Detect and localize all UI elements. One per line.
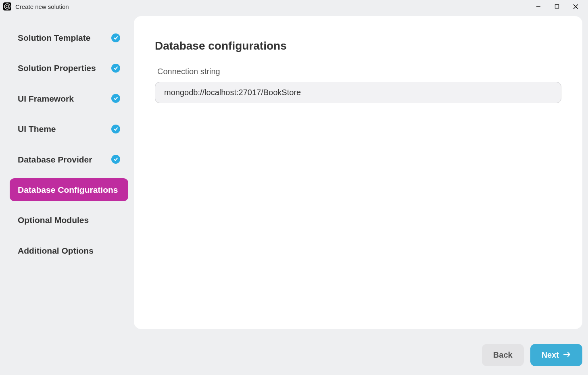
connection-string-label: Connection string xyxy=(155,67,561,76)
sidebar-item-label: Additional Options xyxy=(18,245,94,256)
sidebar-item-solution-template[interactable]: Solution Template xyxy=(10,26,128,49)
app-icon xyxy=(3,2,11,10)
arrow-right-icon xyxy=(563,350,571,360)
check-icon xyxy=(111,94,120,103)
check-icon xyxy=(111,64,120,73)
sidebar-item-database-configurations[interactable]: Database Configurations xyxy=(10,178,128,201)
sidebar-item-label: Database Configurations xyxy=(18,184,118,196)
titlebar: Create new solution xyxy=(0,0,588,13)
sidebar-item-label: UI Theme xyxy=(18,123,56,135)
main-area: Solution Template Solution Properties UI… xyxy=(0,13,588,335)
sidebar: Solution Template Solution Properties UI… xyxy=(0,16,134,335)
page-title: Database configurations xyxy=(155,40,561,52)
connection-string-input[interactable] xyxy=(155,82,561,103)
sidebar-item-solution-properties[interactable]: Solution Properties xyxy=(10,56,128,79)
sidebar-item-label: Optional Modules xyxy=(18,214,89,226)
sidebar-item-label: UI Framework xyxy=(18,93,74,104)
sidebar-item-ui-theme[interactable]: UI Theme xyxy=(10,117,128,140)
sidebar-item-ui-framework[interactable]: UI Framework xyxy=(10,87,128,110)
check-icon xyxy=(111,125,120,133)
window-title: Create new solution xyxy=(15,3,529,10)
sidebar-item-label: Solution Template xyxy=(18,32,90,44)
next-button[interactable]: Next xyxy=(530,344,582,366)
footer: Back Next xyxy=(0,335,588,375)
sidebar-item-database-provider[interactable]: Database Provider xyxy=(10,148,128,171)
next-button-label: Next xyxy=(542,350,559,360)
sidebar-item-label: Solution Properties xyxy=(18,62,96,74)
sidebar-item-optional-modules[interactable]: Optional Modules xyxy=(10,208,128,231)
content-panel: Database configurations Connection strin… xyxy=(134,16,582,329)
sidebar-item-label: Database Provider xyxy=(18,154,92,165)
back-button[interactable]: Back xyxy=(482,344,524,366)
svg-rect-4 xyxy=(555,5,559,8)
minimize-button[interactable] xyxy=(529,0,548,13)
sidebar-item-additional-options[interactable]: Additional Options xyxy=(10,239,128,262)
maximize-button[interactable] xyxy=(548,0,566,13)
check-icon xyxy=(111,155,120,164)
check-icon xyxy=(111,33,120,42)
close-button[interactable] xyxy=(566,0,585,13)
back-button-label: Back xyxy=(493,350,513,360)
window-controls xyxy=(529,0,585,13)
